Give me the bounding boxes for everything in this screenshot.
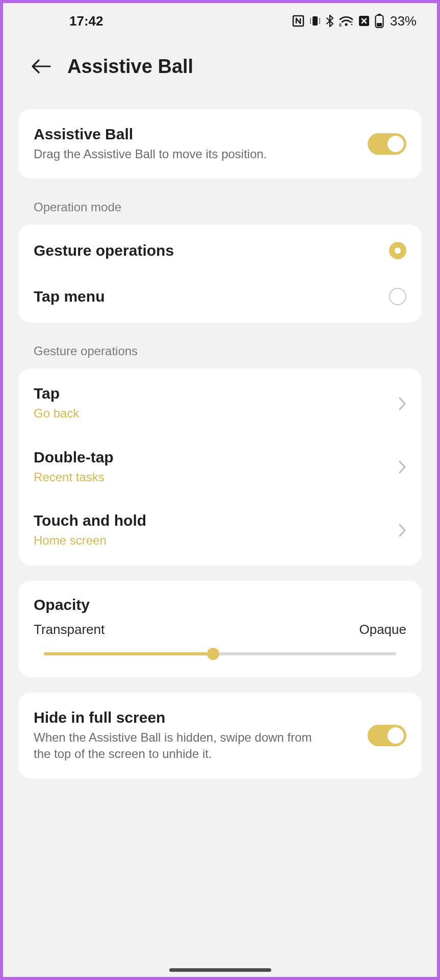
page-title: Assistive Ball xyxy=(67,56,193,78)
page-header: Assistive Ball xyxy=(3,39,437,99)
nav-pill[interactable] xyxy=(169,968,271,972)
arrow-left-icon xyxy=(31,58,51,75)
gesture-item-value: Home screen xyxy=(34,532,398,549)
content: Assistive Ball Drag the Assistive Ball t… xyxy=(3,99,437,977)
opacity-slider[interactable] xyxy=(34,648,406,660)
operation-mode-gesture[interactable]: Gesture operations xyxy=(18,228,422,274)
bluetooth-icon xyxy=(326,14,334,28)
gesture-item-title: Double-tap xyxy=(34,449,398,466)
hide-fullscreen-subtitle: When the Assistive Ball is hidden, swipe… xyxy=(34,729,319,763)
svg-text:5: 5 xyxy=(339,22,342,27)
hide-fullscreen-toggle[interactable] xyxy=(368,725,406,746)
gesture-touch-hold-row[interactable]: Touch and hold Home screen xyxy=(18,499,422,562)
assistive-ball-subtitle: Drag the Assistive Ball to move its posi… xyxy=(34,146,368,162)
assistive-ball-toggle-row[interactable]: Assistive Ball Drag the Assistive Ball t… xyxy=(18,112,422,176)
gesture-item-value: Recent tasks xyxy=(34,469,398,485)
status-time: 17:42 xyxy=(69,13,103,29)
assistive-ball-card: Assistive Ball Drag the Assistive Ball t… xyxy=(18,109,422,179)
hide-fullscreen-title: Hide in full screen xyxy=(34,709,368,726)
opacity-title: Opacity xyxy=(34,596,406,614)
operation-mode-label: Operation mode xyxy=(18,187,422,225)
opacity-max-label: Opaque xyxy=(359,622,406,638)
svg-rect-1 xyxy=(313,16,318,26)
gesture-operations-label: Gesture operations xyxy=(18,331,422,369)
operation-mode-tap-menu[interactable]: Tap menu xyxy=(18,274,422,320)
operation-mode-option-label: Tap menu xyxy=(34,288,389,305)
gesture-double-tap-row[interactable]: Double-tap Recent tasks xyxy=(18,435,422,499)
chevron-right-icon xyxy=(398,397,406,411)
svg-point-4 xyxy=(351,24,353,26)
chevron-right-icon xyxy=(398,523,406,537)
opacity-labels: Transparent Opaque xyxy=(34,622,406,638)
screen: 17:42 5 xyxy=(3,3,437,977)
assistive-ball-toggle[interactable] xyxy=(368,133,406,155)
opacity-min-label: Transparent xyxy=(34,622,105,638)
no-sim-icon xyxy=(358,15,370,27)
radio-selected[interactable] xyxy=(389,242,406,259)
slider-thumb[interactable] xyxy=(207,648,219,660)
operation-mode-option-label: Gesture operations xyxy=(34,242,389,259)
slider-fill xyxy=(44,652,213,655)
vibrate-icon xyxy=(309,15,321,27)
gesture-item-title: Tap xyxy=(34,385,398,402)
gesture-item-title: Touch and hold xyxy=(34,512,398,529)
gesture-operations-card: Tap Go back Double-tap Recent tasks Touc… xyxy=(18,369,422,565)
status-bar: 17:42 5 xyxy=(3,3,437,39)
operation-mode-card: Gesture operations Tap menu xyxy=(18,225,422,323)
nfc-icon xyxy=(292,15,304,27)
gesture-item-value: Go back xyxy=(34,405,398,422)
svg-rect-9 xyxy=(377,23,382,27)
assistive-ball-title: Assistive Ball xyxy=(34,126,368,143)
gesture-tap-row[interactable]: Tap Go back xyxy=(18,372,422,435)
hide-fullscreen-card: Hide in full screen When the Assistive B… xyxy=(18,693,422,779)
svg-point-2 xyxy=(345,23,347,26)
battery-icon xyxy=(375,14,384,28)
chevron-right-icon xyxy=(398,460,406,474)
wifi-icon: 5 xyxy=(339,15,353,27)
opacity-card: Opacity Transparent Opaque xyxy=(18,581,422,677)
hide-fullscreen-row[interactable]: Hide in full screen When the Assistive B… xyxy=(18,696,422,776)
battery-percent: 33% xyxy=(390,13,417,29)
radio-unselected[interactable] xyxy=(389,288,406,305)
svg-point-5 xyxy=(351,21,353,23)
back-button[interactable] xyxy=(29,54,53,79)
status-icons: 5 33% xyxy=(292,13,417,29)
